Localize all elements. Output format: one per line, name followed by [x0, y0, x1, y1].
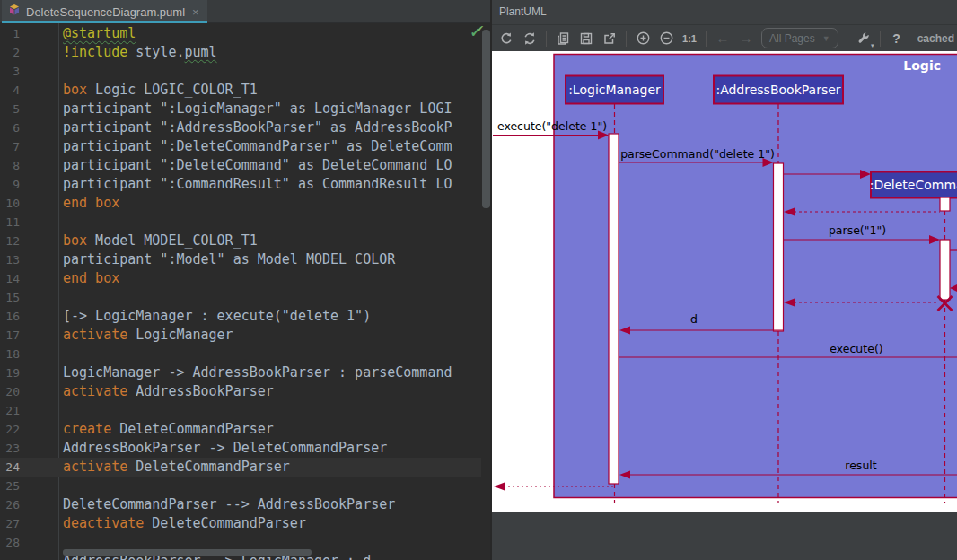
code-line-13[interactable]: 13participant ":Model" as Model MODEL_CO…: [0, 250, 481, 269]
line-number: 14: [0, 269, 20, 288]
tab-delete-sequence-diagram[interactable]: DeleteSequenceDiagram.puml ×: [2, 0, 207, 23]
line-number: 15: [0, 288, 20, 307]
editor-horizontal-scrollbar[interactable]: [63, 549, 312, 556]
line-number: 7: [0, 137, 20, 156]
code-text: [-> LogicManager : execute("delete 1"): [63, 307, 371, 326]
code-line-4[interactable]: 4box Logic LOGIC_COLOR_T1: [0, 81, 481, 100]
frame-title: Logic: [903, 58, 941, 73]
line-number: 20: [0, 382, 20, 401]
message-result: result: [845, 459, 876, 472]
code-line-7[interactable]: 7participant ":DeleteCommandParser" as D…: [0, 137, 481, 156]
line-number: 9: [0, 175, 20, 194]
sequence-diagram: Logic :LogicManager :AddressBookParser: [492, 51, 957, 512]
cache-status-label: cached: [917, 32, 954, 45]
code-text: participant ":CommandResult" as CommandR…: [63, 175, 452, 194]
participant-logic-manager: :LogicManager: [566, 76, 663, 104]
code-line-5[interactable]: 5participant ":LogicManager" as LogicMan…: [0, 100, 481, 118]
code-line-6[interactable]: 6participant ":AddressBookParser" as Add…: [0, 118, 481, 137]
line-number: 11: [0, 213, 20, 232]
toolbar-separator: [847, 31, 847, 47]
line-number: 26: [0, 495, 20, 514]
chevron-down-icon: ▼: [822, 34, 830, 43]
code-line-11[interactable]: 11: [0, 213, 481, 232]
refresh-button[interactable]: [495, 28, 518, 49]
code-line-14[interactable]: 14end box: [0, 269, 481, 288]
code-line-23[interactable]: 23AddressBookParser -> DeleteCommandPars…: [0, 439, 481, 458]
code-line-20[interactable]: 20activate AddressBookParser: [0, 382, 481, 401]
message-execute2: execute(): [830, 342, 882, 355]
toolbar-separator: [546, 31, 547, 47]
code-text: end box: [63, 194, 119, 213]
line-number: 10: [0, 194, 20, 213]
code-line-18[interactable]: 18: [0, 345, 481, 363]
zoom-actual-size-button[interactable]: 1:1: [678, 28, 701, 49]
code-area[interactable]: 1@startuml2!include style.puml34box Logi…: [0, 24, 492, 560]
code-text: box Model MODEL_COLOR_T1: [63, 232, 258, 250]
copy-diagram-button[interactable]: [551, 28, 575, 49]
participant-delete-command-parser: :DeleteCommandParser: [870, 172, 957, 198]
code-line-22[interactable]: 22create DeleteCommandParser: [0, 420, 481, 439]
code-text: DeleteCommandParser --> AddressBookParse…: [63, 495, 395, 514]
editor-vertical-scrollbar[interactable]: [482, 30, 490, 208]
panel-title: PlantUML: [492, 0, 957, 25]
line-number: 25: [0, 477, 20, 495]
code-line-10[interactable]: 10end box: [0, 194, 481, 213]
code-line-27[interactable]: 27deactivate DeleteCommandParser: [0, 514, 481, 533]
code-line-19[interactable]: 19LogicManager -> AddressBookParser : pa…: [0, 363, 481, 382]
code-line-16[interactable]: 16[-> LogicManager : execute("delete 1"): [0, 307, 481, 326]
line-number: 5: [0, 100, 20, 118]
code-line-21[interactable]: 21: [0, 401, 481, 420]
line-number: 28: [0, 533, 20, 552]
participant-address-book-parser: :AddressBookParser: [714, 76, 843, 104]
toolbar-separator: [626, 31, 627, 47]
prev-page-button[interactable]: ←: [711, 28, 734, 49]
code-text: activate AddressBookParser: [63, 382, 274, 401]
code-text: participant ":AddressBookParser" as Addr…: [63, 118, 452, 137]
code-line-3[interactable]: 3: [0, 62, 481, 81]
code-line-24[interactable]: 24activate DeleteCommandParser: [0, 458, 481, 477]
page-selector-dropdown[interactable]: All Pages ▼: [761, 28, 838, 48]
code-text: participant ":Model" as Model MODEL_COLO…: [63, 250, 395, 269]
next-page-button[interactable]: →: [734, 28, 758, 49]
zoom-out-button[interactable]: [654, 28, 678, 49]
editor-tab-bar: DeleteSequenceDiagram.puml ×: [0, 0, 492, 23]
line-number: 3: [0, 62, 20, 81]
line-number: 23: [0, 439, 20, 458]
code-line-25[interactable]: 25: [0, 477, 481, 495]
line-number: 2: [0, 43, 20, 62]
settings-wrench-button[interactable]: ▾: [852, 28, 875, 49]
message-parse-command: parseCommand("delete 1"): [620, 147, 775, 161]
tab-close-icon[interactable]: ×: [190, 6, 199, 18]
help-button[interactable]: ?: [885, 28, 909, 49]
message-execute: execute("delete 1"): [497, 119, 607, 133]
code-line-12[interactable]: 12box Model MODEL_COLOR_T1: [0, 232, 481, 250]
code-text: LogicManager -> AddressBookParser : pars…: [63, 363, 452, 382]
code-text: end box: [63, 269, 119, 288]
code-text: create DeleteCommandParser: [63, 420, 274, 439]
code-text: !include style.puml: [63, 43, 217, 62]
line-number: 6: [0, 118, 20, 137]
tab-title: DeleteSequenceDiagram.puml: [26, 5, 185, 19]
code-line-9[interactable]: 9participant ":CommandResult" as Command…: [0, 175, 481, 194]
line-number: 24: [0, 458, 20, 477]
code-line-26[interactable]: 26DeleteCommandParser --> AddressBookPar…: [0, 495, 481, 514]
inspections-ok-icon[interactable]: ✔✔: [470, 26, 480, 39]
code-text: box Logic LOGIC_COLOR_T1: [63, 81, 258, 100]
toolbar-separator: [880, 31, 881, 47]
save-diagram-button[interactable]: [575, 28, 598, 49]
code-line-2[interactable]: 2!include style.puml: [0, 43, 481, 62]
open-in-external-button[interactable]: [598, 28, 621, 49]
toolbar-separator: [706, 31, 707, 47]
plantuml-toolbar: 1:1 ← → All Pages ▼ ▾ ? cached: [492, 25, 957, 51]
code-line-17[interactable]: 17activate LogicManager: [0, 326, 481, 345]
reload-cache-button[interactable]: [518, 28, 541, 49]
zoom-in-button[interactable]: [631, 28, 654, 49]
editor-pane: DeleteSequenceDiagram.puml × 1@startuml2…: [0, 0, 492, 560]
code-line-15[interactable]: 15: [0, 288, 481, 307]
code-line-1[interactable]: 1@startuml: [0, 24, 481, 43]
line-number: 27: [0, 514, 20, 533]
chevron-down-icon: ▾: [871, 42, 874, 49]
code-text: participant ":LogicManager" as LogicMana…: [63, 100, 452, 118]
code-line-8[interactable]: 8participant ":DeleteCommand" as DeleteC…: [0, 156, 481, 175]
line-number: 16: [0, 307, 20, 326]
